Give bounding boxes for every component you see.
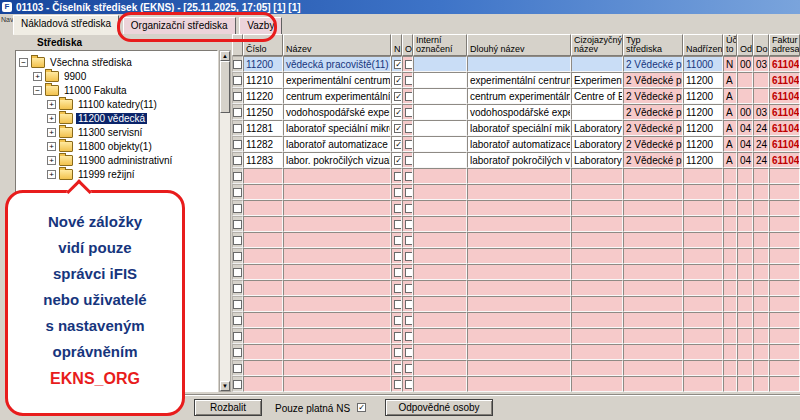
grid-empty-row[interactable] bbox=[232, 344, 800, 360]
n-checkbox[interactable]: ✓ bbox=[394, 108, 402, 117]
grid-row[interactable]: 11283labor. pokročilých vizualiz.✓labora… bbox=[232, 152, 800, 168]
cell-faktur[interactable] bbox=[769, 264, 800, 280]
row-select-checkbox[interactable] bbox=[233, 332, 242, 341]
cell-o[interactable] bbox=[402, 216, 413, 232]
cell-dlouhy[interactable]: vodohospodářské experimen bbox=[467, 104, 571, 120]
cell-typ[interactable]: 2 Vědecké pra bbox=[623, 88, 683, 104]
row-select-checkbox[interactable] bbox=[233, 76, 242, 85]
cell-cizo[interactable]: Centre of Ex bbox=[571, 88, 623, 104]
collapse-icon[interactable]: − bbox=[33, 86, 42, 95]
n-checkbox[interactable] bbox=[394, 332, 402, 341]
cell-n[interactable] bbox=[391, 248, 402, 264]
cell-faktur[interactable] bbox=[769, 168, 800, 184]
cell-cizo[interactable] bbox=[571, 216, 623, 232]
cell-n[interactable]: ✓ bbox=[391, 56, 402, 72]
cell-cizo[interactable] bbox=[571, 184, 623, 200]
cell-interni[interactable] bbox=[413, 280, 467, 296]
cell-cislo[interactable] bbox=[243, 264, 283, 280]
cell-o[interactable] bbox=[402, 136, 413, 152]
n-checkbox[interactable] bbox=[394, 364, 402, 373]
o-checkbox[interactable] bbox=[405, 332, 413, 341]
cell-do[interactable] bbox=[753, 72, 769, 88]
cell-o[interactable] bbox=[402, 152, 413, 168]
cell-cislo[interactable] bbox=[243, 168, 283, 184]
cell-typ[interactable] bbox=[623, 264, 683, 280]
cell-typ[interactable] bbox=[623, 360, 683, 376]
n-checkbox[interactable] bbox=[394, 172, 402, 181]
o-checkbox[interactable] bbox=[405, 252, 413, 261]
cell-nadrizene[interactable]: 11200 bbox=[683, 104, 723, 120]
row-selector-cell[interactable] bbox=[232, 200, 243, 216]
cell-dlouhy[interactable] bbox=[467, 344, 571, 360]
o-checkbox[interactable] bbox=[405, 156, 413, 165]
cell-cizo[interactable] bbox=[571, 200, 623, 216]
cell-typ[interactable] bbox=[623, 328, 683, 344]
cell-cizo[interactable] bbox=[571, 56, 623, 72]
cell-do[interactable] bbox=[753, 376, 769, 392]
cell-faktur[interactable] bbox=[769, 248, 800, 264]
cell-do[interactable]: 24 bbox=[753, 120, 769, 136]
cell-nadrizene[interactable] bbox=[683, 248, 723, 264]
cell-typ[interactable] bbox=[623, 376, 683, 392]
cell-faktur[interactable] bbox=[769, 184, 800, 200]
cell-n[interactable]: ✓ bbox=[391, 72, 402, 88]
cell-cizo[interactable]: Laboratory o bbox=[571, 120, 623, 136]
cell-n[interactable] bbox=[391, 280, 402, 296]
cell-od[interactable] bbox=[737, 232, 753, 248]
cell-typ[interactable] bbox=[623, 312, 683, 328]
cell-n[interactable] bbox=[391, 200, 402, 216]
row-select-checkbox[interactable] bbox=[233, 92, 242, 101]
cell-interni[interactable] bbox=[413, 168, 467, 184]
row-select-checkbox[interactable] bbox=[233, 220, 242, 229]
cell-faktur[interactable] bbox=[769, 312, 800, 328]
cell-interni[interactable] bbox=[413, 216, 467, 232]
cell-cislo[interactable]: 11200 bbox=[243, 56, 283, 72]
row-select-checkbox[interactable] bbox=[233, 188, 242, 197]
cell-interni[interactable] bbox=[413, 312, 467, 328]
cell-do[interactable] bbox=[753, 264, 769, 280]
expand-icon[interactable]: + bbox=[47, 100, 56, 109]
n-checkbox[interactable]: ✓ bbox=[394, 76, 402, 85]
cell-do[interactable] bbox=[753, 280, 769, 296]
cell-uc[interactable] bbox=[723, 360, 737, 376]
cell-o[interactable] bbox=[402, 232, 413, 248]
cell-od[interactable]: 04 bbox=[737, 120, 753, 136]
row-selector-cell[interactable] bbox=[232, 344, 243, 360]
tab-vazby[interactable]: Vazby bbox=[239, 17, 282, 35]
row-selector-cell[interactable] bbox=[232, 248, 243, 264]
cell-interni[interactable] bbox=[413, 264, 467, 280]
grid-row[interactable]: 11281laboratoř speciální mikrosk✓laborat… bbox=[232, 120, 800, 136]
cell-faktur[interactable]: 61104 bbox=[769, 120, 800, 136]
cell-interni[interactable] bbox=[413, 360, 467, 376]
cell-uc[interactable]: A bbox=[723, 136, 737, 152]
rozbalit-button[interactable]: Rozbalit bbox=[194, 399, 262, 416]
cell-interni[interactable] bbox=[413, 328, 467, 344]
cell-uc[interactable] bbox=[723, 232, 737, 248]
cell-uc[interactable]: N bbox=[723, 56, 737, 72]
grid-empty-row[interactable] bbox=[232, 312, 800, 328]
o-checkbox[interactable] bbox=[405, 348, 413, 357]
cell-uc[interactable] bbox=[723, 200, 737, 216]
o-checkbox[interactable] bbox=[405, 172, 413, 181]
cell-interni[interactable] bbox=[413, 232, 467, 248]
cell-typ[interactable] bbox=[623, 344, 683, 360]
cell-interni[interactable] bbox=[413, 344, 467, 360]
cell-nadrizene[interactable] bbox=[683, 328, 723, 344]
expand-icon[interactable]: + bbox=[47, 170, 56, 179]
cell-n[interactable]: ✓ bbox=[391, 88, 402, 104]
tree-item-8[interactable]: +11999 režijní bbox=[16, 167, 217, 181]
o-checkbox[interactable] bbox=[405, 268, 413, 277]
cell-typ[interactable]: 2 Vědecké pra bbox=[623, 104, 683, 120]
cell-interni[interactable] bbox=[413, 136, 467, 152]
cell-faktur[interactable]: 61104 bbox=[769, 104, 800, 120]
cell-nazev[interactable] bbox=[283, 232, 391, 248]
row-select-checkbox[interactable] bbox=[233, 348, 242, 357]
cell-nadrizene[interactable] bbox=[683, 296, 723, 312]
cell-n[interactable] bbox=[391, 328, 402, 344]
cell-typ[interactable]: 2 Vědecké pra bbox=[623, 72, 683, 88]
row-selector-cell[interactable] bbox=[232, 280, 243, 296]
cell-uc[interactable] bbox=[723, 376, 737, 392]
cell-cislo[interactable] bbox=[243, 360, 283, 376]
n-checkbox[interactable]: ✓ bbox=[394, 140, 402, 149]
cell-o[interactable] bbox=[402, 88, 413, 104]
